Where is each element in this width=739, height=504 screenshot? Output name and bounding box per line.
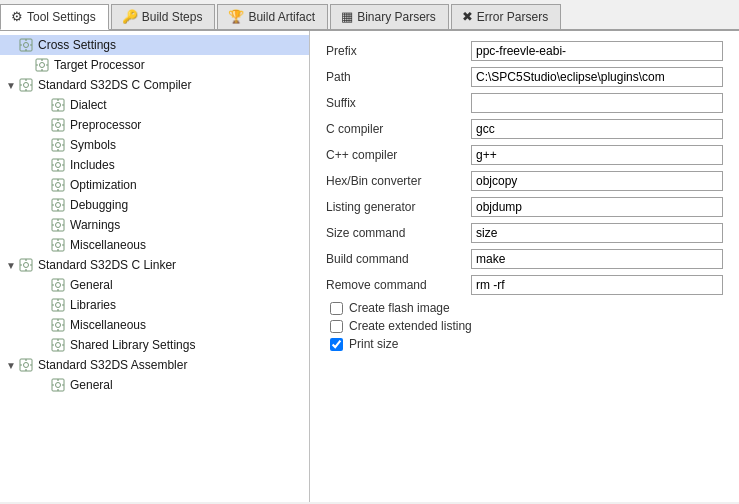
tree-node-icon-includes [50, 157, 66, 173]
checkbox-create-extended-listing[interactable] [330, 320, 343, 333]
build-steps-icon: 🔑 [122, 9, 138, 24]
tree-panel: Cross Settings Target Processor▼ Standar… [0, 31, 310, 502]
tree-item-miscellaneous-c[interactable]: Miscellaneous [0, 235, 309, 255]
settings-label-prefix: Prefix [326, 44, 471, 58]
svg-point-61 [56, 243, 61, 248]
svg-point-19 [56, 103, 61, 108]
tree-item-cross-settings[interactable]: Cross Settings [0, 35, 309, 55]
svg-point-67 [24, 263, 29, 268]
settings-label-size-command: Size command [326, 226, 471, 240]
svg-point-103 [56, 383, 61, 388]
binary-parsers-icon: ▦ [341, 9, 353, 24]
tree-label-std-s32ds-c-linker: Standard S32DS C Linker [38, 258, 176, 272]
tree-node-icon-dialect [50, 97, 66, 113]
svg-point-37 [56, 163, 61, 168]
svg-point-97 [24, 363, 29, 368]
settings-row-suffix: Suffix [326, 93, 723, 113]
checkbox-print-size[interactable] [330, 338, 343, 351]
svg-point-31 [56, 143, 61, 148]
settings-input-prefix[interactable] [471, 41, 723, 61]
svg-point-25 [56, 123, 61, 128]
svg-point-43 [56, 183, 61, 188]
settings-label-build-command: Build command [326, 252, 471, 266]
tab-bar: ⚙Tool Settings🔑Build Steps🏆Build Artifac… [0, 0, 739, 30]
settings-input-cpp-compiler[interactable] [471, 145, 723, 165]
checkbox-row-print-size: Print size [326, 337, 723, 351]
tree-item-general-asm[interactable]: General [0, 375, 309, 395]
tree-item-std-s32ds-c-linker[interactable]: ▼ Standard S32DS C Linker [0, 255, 309, 275]
tree-node-icon-optimization [50, 177, 66, 193]
tree-item-libraries[interactable]: Libraries [0, 295, 309, 315]
tree-item-includes[interactable]: Includes [0, 155, 309, 175]
tree-label-preprocessor: Preprocessor [70, 118, 141, 132]
settings-input-build-command[interactable] [471, 249, 723, 269]
build-artifact-label: Build Artifact [248, 10, 315, 24]
tree-item-optimization[interactable]: Optimization [0, 175, 309, 195]
tree-node-icon-std-s32ds-assembler [18, 357, 34, 373]
tree-node-icon-target-processor [34, 57, 50, 73]
tree-item-debugging[interactable]: Debugging [0, 195, 309, 215]
tree-item-preprocessor[interactable]: Preprocessor [0, 115, 309, 135]
tree-label-warnings: Warnings [70, 218, 120, 232]
tree-label-dialect: Dialect [70, 98, 107, 112]
tree-label-target-processor: Target Processor [54, 58, 145, 72]
settings-row-prefix: Prefix [326, 41, 723, 61]
tab-binary-parsers[interactable]: ▦Binary Parsers [330, 4, 449, 29]
settings-row-path: Path [326, 67, 723, 87]
tab-error-parsers[interactable]: ✖Error Parsers [451, 4, 561, 29]
tree-item-shared-library-settings[interactable]: Shared Library Settings [0, 335, 309, 355]
checkbox-row-create-extended-listing: Create extended listing [326, 319, 723, 333]
error-parsers-icon: ✖ [462, 9, 473, 24]
tree-node-icon-preprocessor [50, 117, 66, 133]
svg-point-13 [24, 83, 29, 88]
content-area: Cross Settings Target Processor▼ Standar… [0, 30, 739, 502]
tree-node-icon-cross-settings [18, 37, 34, 53]
tree-item-symbols[interactable]: Symbols [0, 135, 309, 155]
tree-label-symbols: Symbols [70, 138, 116, 152]
tab-tool-settings[interactable]: ⚙Tool Settings [0, 4, 109, 30]
tree-item-general[interactable]: General [0, 275, 309, 295]
settings-panel: PrefixPathSuffixC compilerC++ compilerHe… [310, 31, 739, 502]
tree-label-std-s32ds-assembler: Standard S32DS Assembler [38, 358, 187, 372]
binary-parsers-label: Binary Parsers [357, 10, 436, 24]
tree-node-icon-general [50, 277, 66, 293]
tree-label-cross-settings: Cross Settings [38, 38, 116, 52]
settings-input-remove-command[interactable] [471, 275, 723, 295]
tab-build-artifact[interactable]: 🏆Build Artifact [217, 4, 328, 29]
tree-expander-std-s32ds-c-linker[interactable]: ▼ [4, 260, 18, 271]
settings-input-listing-generator[interactable] [471, 197, 723, 217]
tree-node-icon-libraries [50, 297, 66, 313]
svg-point-55 [56, 223, 61, 228]
settings-input-size-command[interactable] [471, 223, 723, 243]
svg-point-49 [56, 203, 61, 208]
tab-build-steps[interactable]: 🔑Build Steps [111, 4, 216, 29]
checkbox-create-flash-image[interactable] [330, 302, 343, 315]
tree-node-icon-miscellaneous-c [50, 237, 66, 253]
checkbox-label-print-size: Print size [349, 337, 398, 351]
tree-expander-std-s32ds-assembler[interactable]: ▼ [4, 360, 18, 371]
tool-settings-label: Tool Settings [27, 10, 96, 24]
settings-row-remove-command: Remove command [326, 275, 723, 295]
tree-label-std-s32ds-c-compiler: Standard S32DS C Compiler [38, 78, 191, 92]
svg-point-7 [40, 63, 45, 68]
tree-label-miscellaneous-l: Miscellaneous [70, 318, 146, 332]
tree-item-std-s32ds-c-compiler[interactable]: ▼ Standard S32DS C Compiler [0, 75, 309, 95]
checkbox-row-create-flash-image: Create flash image [326, 301, 723, 315]
tree-item-target-processor[interactable]: Target Processor [0, 55, 309, 75]
tree-label-general-asm: General [70, 378, 113, 392]
settings-input-path[interactable] [471, 67, 723, 87]
settings-input-suffix[interactable] [471, 93, 723, 113]
tree-node-icon-symbols [50, 137, 66, 153]
settings-input-hex-bin-converter[interactable] [471, 171, 723, 191]
settings-label-remove-command: Remove command [326, 278, 471, 292]
tree-item-miscellaneous-l[interactable]: Miscellaneous [0, 315, 309, 335]
settings-input-c-compiler[interactable] [471, 119, 723, 139]
tree-item-warnings[interactable]: Warnings [0, 215, 309, 235]
tree-node-icon-std-s32ds-c-compiler [18, 77, 34, 93]
tree-item-dialect[interactable]: Dialect [0, 95, 309, 115]
tree-item-std-s32ds-assembler[interactable]: ▼ Standard S32DS Assembler [0, 355, 309, 375]
tree-label-includes: Includes [70, 158, 115, 172]
settings-row-c-compiler: C compiler [326, 119, 723, 139]
tree-expander-std-s32ds-c-compiler[interactable]: ▼ [4, 80, 18, 91]
build-steps-label: Build Steps [142, 10, 203, 24]
